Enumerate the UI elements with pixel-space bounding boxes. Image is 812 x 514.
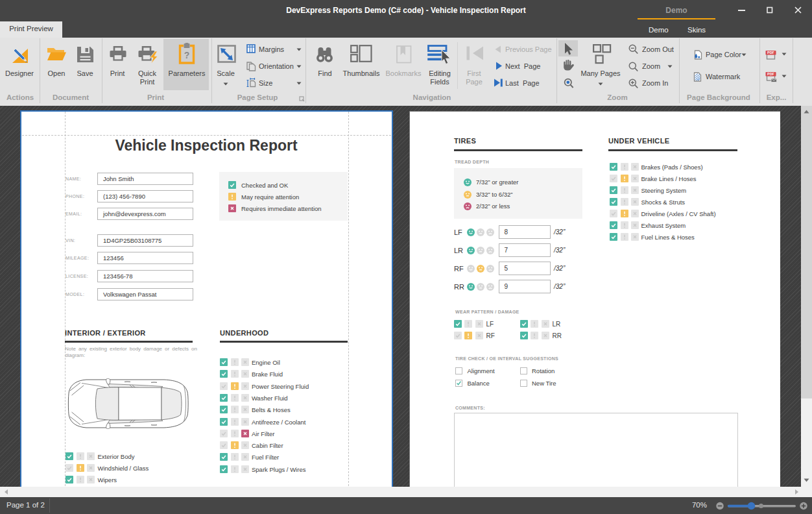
svg-text:PDF: PDF (767, 51, 774, 55)
svg-text:?: ? (184, 50, 190, 60)
svg-text:PDF: PDF (767, 72, 774, 76)
